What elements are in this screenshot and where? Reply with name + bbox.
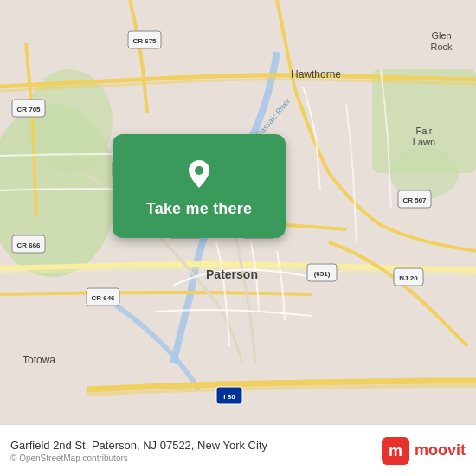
- svg-text:I 80: I 80: [223, 393, 235, 401]
- svg-text:Totowa: Totowa: [23, 354, 55, 366]
- svg-text:Lawn: Lawn: [413, 137, 435, 147]
- svg-text:CR 507: CR 507: [402, 196, 427, 204]
- take-me-there-button[interactable]: Take me there: [113, 134, 286, 238]
- svg-text:Glen: Glen: [431, 30, 451, 41]
- button-label: Take me there: [146, 200, 252, 218]
- moovit-logo: m moovit: [382, 437, 466, 465]
- svg-point-36: [195, 166, 203, 175]
- bottom-bar: Garfield 2nd St, Paterson, NJ 07522, New…: [0, 424, 476, 476]
- location-pin-icon: [180, 155, 218, 193]
- svg-text:(651): (651): [314, 270, 331, 278]
- osm-credit: © OpenStreetMap contributors: [10, 453, 267, 463]
- svg-text:CR 675: CR 675: [132, 37, 157, 45]
- svg-text:m: m: [389, 442, 402, 460]
- svg-text:Rock: Rock: [430, 42, 453, 52]
- svg-text:NJ 20: NJ 20: [399, 274, 418, 282]
- moovit-text: moovit: [415, 441, 466, 460]
- svg-text:CR 705: CR 705: [16, 106, 41, 113]
- address-text: Garfield 2nd St, Paterson, NJ 07522, New…: [10, 439, 267, 452]
- svg-text:Fair: Fair: [416, 125, 433, 136]
- svg-text:CR 646: CR 646: [91, 294, 115, 302]
- svg-text:Paterson: Paterson: [206, 267, 258, 281]
- svg-text:CR 666: CR 666: [16, 241, 41, 249]
- moovit-icon: m: [382, 437, 409, 465]
- bottom-left-section: Garfield 2nd St, Paterson, NJ 07522, New…: [10, 439, 267, 463]
- svg-text:Hawthorne: Hawthorne: [291, 68, 341, 80]
- map-view: CR 675 CR 705 (673) CR 666 CR 646 CR 672…: [0, 0, 476, 424]
